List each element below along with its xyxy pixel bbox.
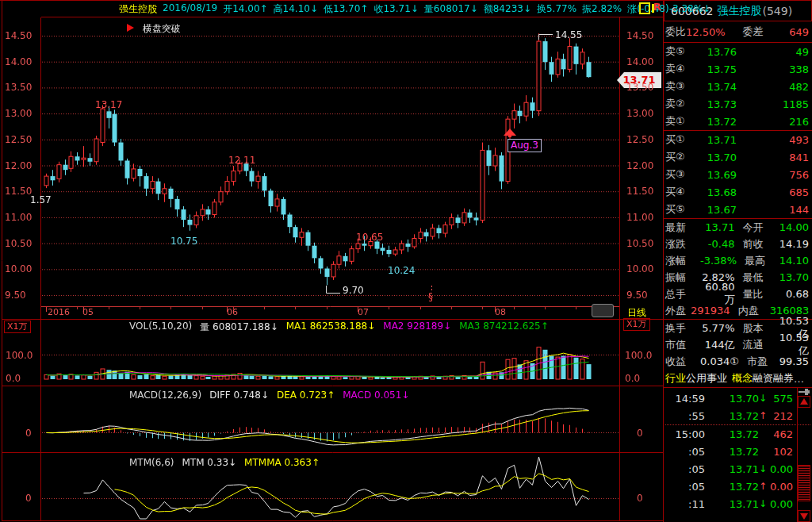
queue-price: 13.76 xyxy=(692,46,737,58)
restore-window-icon[interactable] xyxy=(639,2,650,14)
tick-row[interactable]: :0513.72↑0.00 xyxy=(664,478,812,495)
bid-row[interactable]: 买③13.69756 xyxy=(664,166,812,183)
stat-label: 涨幅 xyxy=(665,254,700,268)
fund-label: 收益 xyxy=(665,355,700,369)
fund-label: 市值 xyxy=(665,338,700,352)
queue-volume: 841 xyxy=(737,152,809,163)
kline-chart-canvas[interactable] xyxy=(0,0,663,522)
tick-direction-arrow: ↓ xyxy=(759,498,768,509)
ask-row[interactable]: 卖④13.75338 xyxy=(664,60,812,78)
fund-row: 收益0.034①市盈99.35 xyxy=(664,353,812,370)
industry-value: 公用事业 xyxy=(686,371,727,386)
ask-row[interactable]: 卖②13.731185 xyxy=(664,95,812,113)
signal-label: 横盘突破 xyxy=(143,23,181,34)
stat-label: 最新 xyxy=(665,221,700,235)
stat-row: 振幅2.82%最低13.70 xyxy=(664,269,812,286)
mtmma-value: MTMMA 0.363↑ xyxy=(244,457,320,468)
more-ellipsis[interactable]: … xyxy=(794,373,804,385)
bid-row[interactable]: 买④13.68685 xyxy=(664,183,812,201)
ask-row[interactable]: 卖③13.74482 xyxy=(664,78,812,95)
stat-row: 总手60.80万量比0.68 xyxy=(664,286,812,302)
time-axis-label: 07 xyxy=(358,307,369,317)
stat-label: 今开 xyxy=(735,221,775,235)
queue-level-label: 卖③ xyxy=(665,79,692,94)
stat-row: 涨幅-3.38%最高14.10 xyxy=(664,252,812,269)
vol-ma2-value: MA2 928189↓ xyxy=(383,320,451,334)
scroll-up-button[interactable] xyxy=(798,396,810,408)
tick-direction-arrow: ↑ xyxy=(759,410,768,421)
mtm-indicator-name: MTM(6,6) xyxy=(129,457,174,468)
stat-label: 最高 xyxy=(737,254,776,268)
macd-diff-value: DIFF 0.748↓ xyxy=(209,390,269,401)
tick-row[interactable]: 14:5913.70↓575 xyxy=(664,390,812,407)
queue-volume: 1185 xyxy=(737,98,809,110)
queue-level-label: 卖⑤ xyxy=(665,44,692,59)
queue-price: 13.72 xyxy=(692,116,737,128)
macd-indicator-name: MACD(12,26,9) xyxy=(129,390,201,401)
macd-zero-label-left: 0 xyxy=(25,428,32,439)
queue-volume: 144 xyxy=(737,204,809,216)
concept-label: 概念 xyxy=(732,371,753,386)
tick-time: :11 xyxy=(665,498,705,510)
tick-time: :55 xyxy=(665,410,705,422)
weicha-value: 649 xyxy=(764,26,809,38)
stat-label: 振幅 xyxy=(665,271,700,285)
vol-indicator-name: VOL(5,10,20) xyxy=(129,320,192,334)
stat-row: 涨跌-0.48前收14.19 xyxy=(664,236,812,252)
price-axis-label-right: 10.00 xyxy=(626,263,653,274)
weicha-label: 委差 xyxy=(743,25,764,39)
time-axis-label: 05 xyxy=(82,307,94,317)
tick-row[interactable]: :1113.71↓0.00 xyxy=(664,495,812,512)
tick-row[interactable]: 15:0013.72462 xyxy=(664,425,812,443)
tick-direction-arrow: ↓ xyxy=(759,393,768,404)
tick-direction-arrow: ↓ xyxy=(759,463,768,474)
price-axis-label-right: 13.00 xyxy=(626,108,653,119)
tick-scrollbar[interactable] xyxy=(797,388,811,522)
price-axis-label-right: 14.50 xyxy=(626,30,653,41)
queue-level-label: 卖④ xyxy=(665,62,692,76)
queue-price: 13.69 xyxy=(692,169,737,181)
weibi-label: 委比 xyxy=(665,25,686,39)
price-axis-label-left: 12.00 xyxy=(5,160,32,171)
fund-value: 5.77% xyxy=(700,322,735,334)
price-axis-label-right: 14.00 xyxy=(626,56,653,67)
tick-price: 13.72 xyxy=(714,446,759,458)
signal-annotation: 横盘突破 xyxy=(127,20,181,36)
scroll-thumb[interactable] xyxy=(798,465,810,501)
queue-level-label: 卖② xyxy=(665,97,692,111)
tick-row[interactable]: :0513.71↓0.00 xyxy=(664,460,812,478)
queue-volume: 685 xyxy=(737,186,809,198)
queue-volume: 338 xyxy=(737,63,809,75)
weibi-value: 12.50% xyxy=(686,26,726,38)
period-tab-daily[interactable]: 日线 xyxy=(627,306,646,320)
bid-row[interactable]: 买⑤13.67144 xyxy=(664,201,812,218)
ask-row[interactable]: 卖⑤13.7649 xyxy=(664,43,812,60)
stat-label: 总手 xyxy=(665,287,700,301)
tick-price: 13.72 xyxy=(714,428,759,440)
pin-icon[interactable] xyxy=(799,389,810,395)
stock-name: 强生控股 xyxy=(717,4,761,18)
fund-row: 市值144亿流通10.53亿 xyxy=(664,336,812,353)
bid-row[interactable]: 买①13.71493 xyxy=(664,131,812,148)
price-axis-label-left: 11.50 xyxy=(5,186,32,197)
tick-price: 13.70 xyxy=(714,393,759,405)
queue-level-label: 卖① xyxy=(665,114,692,129)
stat-label: 涨跌 xyxy=(665,237,700,251)
tick-time: 14:59 xyxy=(665,393,705,405)
fund-label: 换手 xyxy=(665,321,700,336)
queue-price: 13.71 xyxy=(692,134,737,146)
horizontal-scroll-thumb[interactable] xyxy=(592,304,614,317)
mtm-zero-label-right: 0 xyxy=(637,493,643,504)
trading-app-window: 强生控股 2016/08/19开14.00↑高14.10↓低13.70↑收13.… xyxy=(0,0,812,522)
queue-volume: 493 xyxy=(737,134,809,146)
scroll-down-button[interactable] xyxy=(798,510,810,522)
quote-field: 量608017↓ xyxy=(424,2,478,16)
industry-row[interactable]: 行业 公用事业 概念 融资融券 … xyxy=(664,370,812,387)
price-axis-label-left: 11.00 xyxy=(5,212,32,223)
price-annotation: 14.55 xyxy=(555,29,582,40)
price-annotation: 13.17 xyxy=(95,99,122,110)
bid-row[interactable]: 买②13.70841 xyxy=(664,148,812,166)
tick-row[interactable]: :0513.72102 xyxy=(664,443,812,460)
ask-row[interactable]: 卖①13.72216 xyxy=(664,113,812,130)
tick-row[interactable]: :5513.72↑212 xyxy=(664,407,812,424)
